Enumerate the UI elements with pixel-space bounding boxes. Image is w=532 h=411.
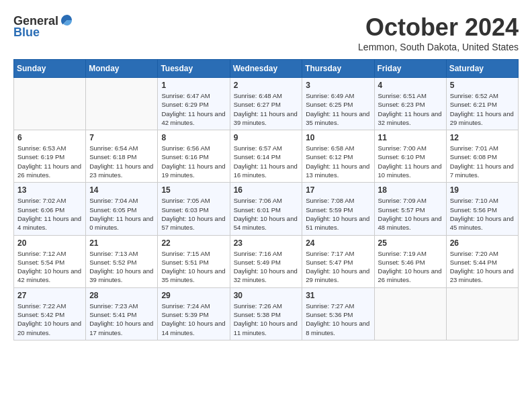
calendar-cell: 14Sunrise: 7:04 AM Sunset: 6:05 PM Dayli… bbox=[86, 183, 158, 235]
day-header-saturday: Saturday bbox=[446, 60, 518, 78]
day-number: 4 bbox=[378, 81, 443, 90]
day-header-tuesday: Tuesday bbox=[158, 60, 230, 78]
day-info: Sunrise: 7:01 AM Sunset: 6:08 PM Dayligh… bbox=[450, 144, 515, 179]
calendar-cell: 26Sunrise: 7:20 AM Sunset: 5:44 PM Dayli… bbox=[446, 235, 518, 287]
calendar-week-3: 13Sunrise: 7:02 AM Sunset: 6:06 PM Dayli… bbox=[14, 183, 519, 235]
day-info: Sunrise: 6:51 AM Sunset: 6:23 PM Dayligh… bbox=[378, 91, 443, 127]
day-info: Sunrise: 7:02 AM Sunset: 6:06 PM Dayligh… bbox=[17, 196, 82, 232]
calendar-cell: 23Sunrise: 7:16 AM Sunset: 5:49 PM Dayli… bbox=[230, 235, 302, 287]
day-header-monday: Monday bbox=[86, 60, 158, 78]
day-info: Sunrise: 7:10 AM Sunset: 5:56 PM Dayligh… bbox=[450, 196, 515, 232]
day-info: Sunrise: 7:12 AM Sunset: 5:54 PM Dayligh… bbox=[17, 249, 82, 285]
day-info: Sunrise: 7:06 AM Sunset: 6:01 PM Dayligh… bbox=[234, 196, 299, 232]
day-number: 8 bbox=[161, 133, 226, 142]
day-info: Sunrise: 7:00 AM Sunset: 6:10 PM Dayligh… bbox=[378, 144, 443, 179]
calendar-cell: 8Sunrise: 6:56 AM Sunset: 6:16 PM Daylig… bbox=[158, 130, 230, 183]
day-info: Sunrise: 7:22 AM Sunset: 5:42 PM Dayligh… bbox=[17, 302, 82, 337]
day-number: 1 bbox=[161, 81, 226, 90]
day-number: 10 bbox=[306, 133, 370, 142]
calendar-cell bbox=[446, 287, 518, 340]
day-number: 26 bbox=[450, 238, 515, 248]
day-info: Sunrise: 7:20 AM Sunset: 5:44 PM Dayligh… bbox=[450, 249, 515, 285]
day-info: Sunrise: 6:57 AM Sunset: 6:14 PM Dayligh… bbox=[234, 144, 299, 179]
day-number: 13 bbox=[17, 185, 82, 195]
day-info: Sunrise: 6:48 AM Sunset: 6:27 PM Dayligh… bbox=[234, 91, 299, 127]
day-info: Sunrise: 7:27 AM Sunset: 5:36 PM Dayligh… bbox=[306, 302, 370, 337]
day-number: 11 bbox=[378, 133, 443, 142]
day-info: Sunrise: 7:19 AM Sunset: 5:46 PM Dayligh… bbox=[378, 249, 443, 285]
calendar-cell: 9Sunrise: 6:57 AM Sunset: 6:14 PM Daylig… bbox=[230, 130, 302, 183]
calendar-cell: 11Sunrise: 7:00 AM Sunset: 6:10 PM Dayli… bbox=[374, 130, 446, 183]
day-number: 24 bbox=[306, 238, 370, 248]
day-number: 21 bbox=[89, 238, 154, 248]
calendar-body: 1Sunrise: 6:47 AM Sunset: 6:29 PM Daylig… bbox=[14, 78, 519, 340]
calendar-week-1: 1Sunrise: 6:47 AM Sunset: 6:29 PM Daylig… bbox=[14, 78, 519, 130]
day-number: 2 bbox=[234, 81, 299, 90]
day-info: Sunrise: 7:04 AM Sunset: 6:05 PM Dayligh… bbox=[89, 196, 154, 232]
day-info: Sunrise: 7:17 AM Sunset: 5:47 PM Dayligh… bbox=[306, 249, 370, 285]
calendar-cell: 30Sunrise: 7:26 AM Sunset: 5:38 PM Dayli… bbox=[230, 287, 302, 340]
calendar-header: SundayMondayTuesdayWednesdayThursdayFrid… bbox=[14, 60, 519, 78]
day-number: 27 bbox=[17, 291, 82, 300]
calendar-cell: 16Sunrise: 7:06 AM Sunset: 6:01 PM Dayli… bbox=[230, 183, 302, 235]
calendar-cell: 31Sunrise: 7:27 AM Sunset: 5:36 PM Dayli… bbox=[302, 287, 374, 340]
calendar-week-4: 20Sunrise: 7:12 AM Sunset: 5:54 PM Dayli… bbox=[14, 235, 519, 287]
calendar-cell: 6Sunrise: 6:53 AM Sunset: 6:19 PM Daylig… bbox=[14, 130, 86, 183]
day-info: Sunrise: 7:26 AM Sunset: 5:38 PM Dayligh… bbox=[234, 302, 299, 337]
calendar-cell: 22Sunrise: 7:15 AM Sunset: 5:51 PM Dayli… bbox=[158, 235, 230, 287]
day-number: 14 bbox=[89, 185, 154, 195]
day-number: 31 bbox=[306, 291, 370, 300]
day-header-friday: Friday bbox=[374, 60, 446, 78]
day-number: 16 bbox=[234, 185, 299, 195]
calendar-cell: 7Sunrise: 6:54 AM Sunset: 6:18 PM Daylig… bbox=[86, 130, 158, 183]
day-number: 28 bbox=[89, 291, 154, 300]
day-info: Sunrise: 7:15 AM Sunset: 5:51 PM Dayligh… bbox=[161, 249, 226, 285]
day-number: 12 bbox=[450, 133, 515, 142]
calendar-cell: 2Sunrise: 6:48 AM Sunset: 6:27 PM Daylig… bbox=[230, 78, 302, 130]
calendar-cell: 13Sunrise: 7:02 AM Sunset: 6:06 PM Dayli… bbox=[14, 183, 86, 235]
day-info: Sunrise: 6:53 AM Sunset: 6:19 PM Dayligh… bbox=[17, 144, 82, 179]
day-number: 5 bbox=[450, 81, 515, 90]
calendar-cell: 29Sunrise: 7:24 AM Sunset: 5:39 PM Dayli… bbox=[158, 287, 230, 340]
day-number: 29 bbox=[161, 291, 226, 300]
day-number: 25 bbox=[378, 238, 443, 248]
day-info: Sunrise: 6:54 AM Sunset: 6:18 PM Dayligh… bbox=[89, 144, 154, 179]
day-header-sunday: Sunday bbox=[14, 60, 86, 78]
calendar-cell: 28Sunrise: 7:23 AM Sunset: 5:41 PM Dayli… bbox=[86, 287, 158, 340]
logo-icon bbox=[60, 13, 75, 28]
day-info: Sunrise: 7:05 AM Sunset: 6:03 PM Dayligh… bbox=[161, 196, 226, 232]
calendar-cell: 1Sunrise: 6:47 AM Sunset: 6:29 PM Daylig… bbox=[158, 78, 230, 130]
day-info: Sunrise: 6:52 AM Sunset: 6:21 PM Dayligh… bbox=[450, 91, 515, 127]
day-info: Sunrise: 7:24 AM Sunset: 5:39 PM Dayligh… bbox=[161, 302, 226, 337]
day-number: 17 bbox=[306, 185, 370, 195]
day-info: Sunrise: 7:23 AM Sunset: 5:41 PM Dayligh… bbox=[89, 302, 154, 337]
day-number: 6 bbox=[17, 133, 82, 142]
day-info: Sunrise: 7:13 AM Sunset: 5:52 PM Dayligh… bbox=[89, 249, 154, 285]
calendar-cell: 25Sunrise: 7:19 AM Sunset: 5:46 PM Dayli… bbox=[374, 235, 446, 287]
calendar-cell bbox=[14, 78, 86, 130]
calendar-cell: 17Sunrise: 7:08 AM Sunset: 5:59 PM Dayli… bbox=[302, 183, 374, 235]
day-info: Sunrise: 7:08 AM Sunset: 5:59 PM Dayligh… bbox=[306, 196, 370, 232]
day-info: Sunrise: 6:56 AM Sunset: 6:16 PM Dayligh… bbox=[161, 144, 226, 179]
calendar-cell: 12Sunrise: 7:01 AM Sunset: 6:08 PM Dayli… bbox=[446, 130, 518, 183]
calendar-cell: 3Sunrise: 6:49 AM Sunset: 6:25 PM Daylig… bbox=[302, 78, 374, 130]
day-number: 15 bbox=[161, 185, 226, 195]
day-number: 7 bbox=[89, 133, 154, 142]
page-header: General Blue October 2024 Lemmon, South … bbox=[13, 13, 519, 52]
day-info: Sunrise: 7:09 AM Sunset: 5:57 PM Dayligh… bbox=[378, 196, 443, 232]
calendar-cell: 10Sunrise: 6:58 AM Sunset: 6:12 PM Dayli… bbox=[302, 130, 374, 183]
calendar-cell: 18Sunrise: 7:09 AM Sunset: 5:57 PM Dayli… bbox=[374, 183, 446, 235]
calendar-week-2: 6Sunrise: 6:53 AM Sunset: 6:19 PM Daylig… bbox=[14, 130, 519, 183]
title-block: October 2024 Lemmon, South Dakota, Unite… bbox=[358, 13, 519, 52]
day-info: Sunrise: 6:47 AM Sunset: 6:29 PM Dayligh… bbox=[161, 91, 226, 127]
calendar-cell bbox=[86, 78, 158, 130]
calendar-cell: 15Sunrise: 7:05 AM Sunset: 6:03 PM Dayli… bbox=[158, 183, 230, 235]
day-number: 23 bbox=[234, 238, 299, 248]
calendar-cell: 19Sunrise: 7:10 AM Sunset: 5:56 PM Dayli… bbox=[446, 183, 518, 235]
calendar-cell: 4Sunrise: 6:51 AM Sunset: 6:23 PM Daylig… bbox=[374, 78, 446, 130]
calendar-week-5: 27Sunrise: 7:22 AM Sunset: 5:42 PM Dayli… bbox=[14, 287, 519, 340]
day-info: Sunrise: 6:49 AM Sunset: 6:25 PM Dayligh… bbox=[306, 91, 370, 127]
calendar-cell: 21Sunrise: 7:13 AM Sunset: 5:52 PM Dayli… bbox=[86, 235, 158, 287]
calendar-cell: 5Sunrise: 6:52 AM Sunset: 6:21 PM Daylig… bbox=[446, 78, 518, 130]
day-info: Sunrise: 7:16 AM Sunset: 5:49 PM Dayligh… bbox=[234, 249, 299, 285]
